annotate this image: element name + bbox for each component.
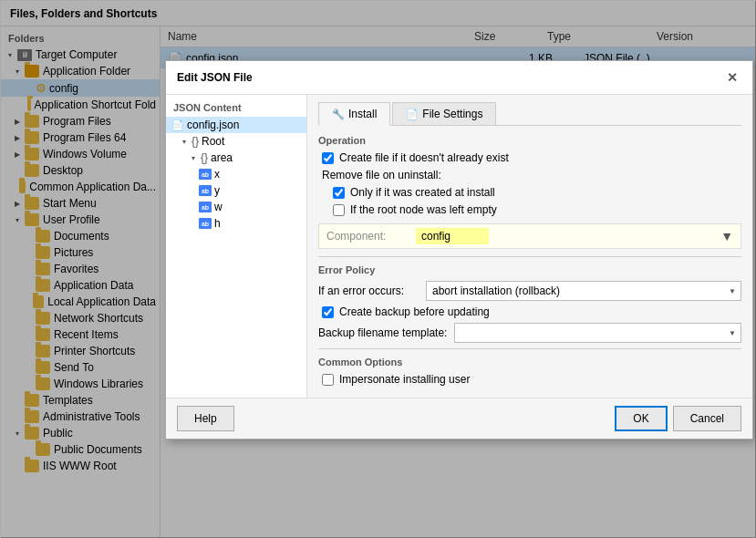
tab-install-label: Install [348,108,377,120]
remove-file-label: Remove file on uninstall: [322,169,741,181]
create-backup-label: Create backup before updating [339,305,490,318]
json-panel-header: JSON Content [166,98,306,117]
divider [318,256,741,257]
divider2 [318,348,741,349]
modal-footer: Help OK Cancel [166,398,752,439]
component-dropdown-arrow[interactable]: ▼ [720,229,733,243]
json-item-label: config.json [187,119,239,131]
component-field-row: Component: config ▼ [318,223,741,249]
impersonate-row: Impersonate installing user [322,373,741,386]
edit-json-modal: Edit JSON File ✕ JSON Content 📄 config.j… [165,60,753,440]
component-value: config [416,228,489,244]
help-button[interactable]: Help [177,406,234,431]
common-options-label: Common Options [318,357,741,367]
json-item-config-json[interactable]: 📄 config.json [166,117,306,133]
tab-file-settings[interactable]: 📄 File Settings [392,102,496,125]
only-if-created-checkbox[interactable] [333,187,345,199]
json-content-panel: JSON Content 📄 config.json ▾ {} Root ▾ [166,95,307,398]
file-icon: 📄 [171,119,184,131]
if-error-label: If an error occurs: [318,285,419,297]
json-item-label: w [214,201,223,213]
close-button[interactable]: ✕ [723,68,741,87]
backup-filename-select[interactable] [454,323,741,343]
tab-install[interactable]: 🔧 Install [318,102,390,126]
json-item-w[interactable]: ab w [166,199,306,215]
error-policy-section-label: Error Policy [318,264,741,275]
toggle-icon[interactable]: ▾ [179,136,190,147]
create-file-label: Create file if it doesn't already exist [339,151,509,164]
backup-filename-label: Backup filename template: [318,326,447,339]
operation-section-label: Operation [318,135,741,146]
modal-body: JSON Content 📄 config.json ▾ {} Root ▾ [166,95,752,398]
only-if-created-row: Only if it was created at install [333,186,741,199]
create-backup-row: Create backup before updating [322,305,741,318]
json-item-h[interactable]: ab h [166,215,306,232]
backup-filename-row: Backup filename template: [318,323,741,343]
json-item-x[interactable]: ab x [166,166,306,182]
create-file-checkbox[interactable] [322,152,334,164]
if-error-select-wrapper: abort installation (rollback) continue p… [426,281,741,301]
json-item-label: y [214,184,220,197]
create-backup-checkbox[interactable] [322,306,334,318]
ab-icon: ab [199,218,212,229]
if-root-empty-row: If the root node was left empty [333,203,741,216]
settings-panel: 🔧 Install 📄 File Settings Operation Crea… [307,95,752,398]
file-icon: 📄 [406,109,419,120]
if-error-row: If an error occurs: abort installation (… [318,281,741,301]
json-item-area[interactable]: ▾ {} area [166,150,306,166]
footer-right-buttons: OK Cancel [615,406,741,431]
component-label: Component: [326,230,409,243]
braces-icon: {} [192,135,199,148]
braces-icon: {} [201,151,208,164]
ab-icon: ab [199,202,212,212]
if-root-empty-checkbox[interactable] [333,204,345,216]
if-error-select[interactable]: abort installation (rollback) continue p… [426,281,741,301]
json-item-y[interactable]: ab y [166,182,306,199]
toggle-icon[interactable]: ▾ [188,152,199,163]
backup-filename-select-wrapper [454,323,741,343]
ab-icon: ab [199,169,212,180]
json-item-root[interactable]: ▾ {} Root [166,133,306,150]
json-item-label: h [214,217,221,230]
modal-title: Edit JSON File [177,71,253,84]
modal-title-bar: Edit JSON File ✕ [166,61,752,95]
ab-icon: ab [199,185,212,196]
json-item-label: area [211,151,233,164]
tabs-bar: 🔧 Install 📄 File Settings [318,102,741,126]
ok-button[interactable]: OK [615,406,667,431]
impersonate-label: Impersonate installing user [339,373,470,386]
json-item-label: Root [202,135,224,148]
cancel-button[interactable]: Cancel [673,406,741,431]
wrench-icon: 🔧 [332,109,345,120]
modal-overlay: Edit JSON File ✕ JSON Content 📄 config.j… [1,1,756,538]
create-file-row: Create file if it doesn't already exist [322,151,741,164]
only-if-created-label: Only if it was created at install [350,186,495,199]
json-item-label: x [214,168,220,181]
tab-file-settings-label: File Settings [422,108,482,120]
impersonate-checkbox[interactable] [322,374,334,386]
if-root-empty-label: If the root node was left empty [350,203,497,216]
